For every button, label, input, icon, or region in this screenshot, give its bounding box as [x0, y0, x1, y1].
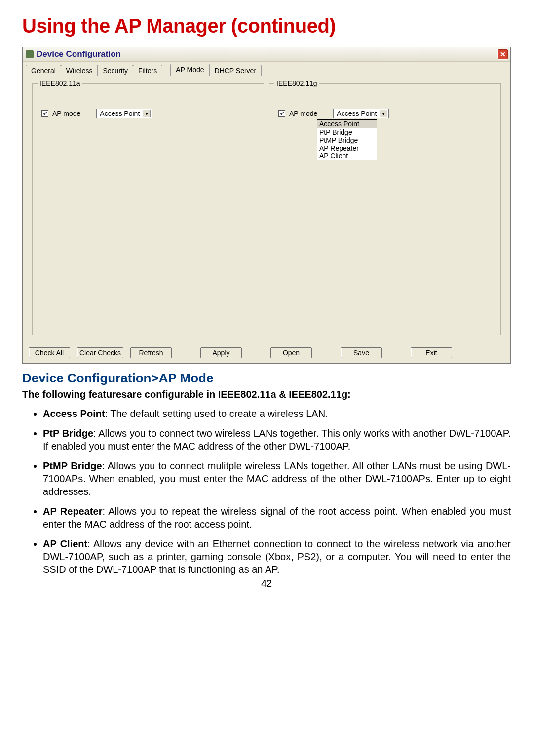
- tab-dhcp-server[interactable]: DHCP Server: [209, 65, 262, 76]
- apply-button[interactable]: Apply: [200, 347, 242, 358]
- ap-mode-a-checkbox[interactable]: ✔: [41, 110, 48, 117]
- list-item: PtMP Bridge: Allows you to connect mulit…: [43, 459, 511, 498]
- group-legend-a: IEEE802.11a: [38, 79, 82, 87]
- list-item[interactable]: PtMP Bridge: [317, 136, 377, 144]
- close-icon[interactable]: ✕: [497, 49, 508, 60]
- list-item[interactable]: Access Point: [317, 120, 377, 128]
- ap-mode-g-label: AP mode: [289, 110, 317, 117]
- list-item[interactable]: AP Client: [317, 152, 377, 160]
- check-all-button[interactable]: Check All: [29, 347, 70, 358]
- ap-mode-g-checkbox[interactable]: ✔: [278, 110, 285, 117]
- list-item[interactable]: AP Repeater: [317, 144, 377, 152]
- group-80211g: IEEE802.11g ✔ AP mode Access Point ▼ Acc…: [269, 83, 501, 335]
- tab-panel: IEEE802.11a ✔ AP mode Access Point ▼ IEE…: [26, 76, 507, 342]
- intro-line: The following featuresare configurable i…: [22, 389, 511, 400]
- list-item[interactable]: PtP Bridge: [317, 128, 377, 136]
- chevron-down-icon: ▼: [143, 110, 151, 117]
- tab-strip: General Wireless Security Filters AP Mod…: [23, 62, 510, 76]
- device-config-window: Device Configuration ✕ General Wireless …: [22, 47, 511, 364]
- list-item: AP Client: Allows any device with an Eth…: [43, 537, 511, 576]
- list-item: Access Point: The default setting used t…: [43, 407, 511, 420]
- app-icon: [26, 50, 34, 58]
- ap-mode-a-combo[interactable]: Access Point ▼: [96, 109, 152, 118]
- page-title: Using the AP Manager (continued): [22, 15, 511, 37]
- ap-mode-g-combo-value: Access Point: [337, 110, 377, 117]
- tab-wireless[interactable]: Wireless: [61, 65, 98, 76]
- ap-mode-a-combo-value: Access Point: [100, 110, 140, 117]
- page-number: 42: [22, 578, 511, 589]
- tab-spacer: [162, 73, 171, 76]
- tab-ap-mode[interactable]: AP Mode: [170, 64, 209, 76]
- button-row: Check All Clear Checks Refresh Apply Ope…: [23, 342, 510, 360]
- clear-checks-button[interactable]: Clear Checks: [77, 347, 123, 358]
- tab-filters[interactable]: Filters: [133, 65, 162, 76]
- section-title: Device Configuration>AP Mode: [22, 371, 511, 386]
- refresh-button[interactable]: Refresh: [130, 347, 172, 358]
- ap-mode-a-label: AP mode: [52, 110, 80, 117]
- feature-list: Access Point: The default setting used t…: [22, 407, 511, 576]
- list-item: AP Repeater: Allows you to repeat the wi…: [43, 505, 511, 530]
- tab-security[interactable]: Security: [97, 65, 133, 76]
- chevron-down-icon: ▼: [380, 110, 387, 117]
- titlebar: Device Configuration ✕: [23, 47, 510, 62]
- tab-general[interactable]: General: [26, 65, 61, 76]
- group-legend-g: IEEE802.11g: [274, 79, 319, 87]
- exit-button[interactable]: Exit: [411, 347, 452, 358]
- list-item: PtP Bridge: Allows you to connect two wi…: [43, 427, 511, 453]
- window-title: Device Configuration: [37, 49, 121, 59]
- ap-mode-g-listbox[interactable]: Access Point PtP Bridge PtMP Bridge AP R…: [317, 119, 377, 160]
- open-button[interactable]: Open: [270, 347, 312, 358]
- save-button[interactable]: Save: [341, 347, 382, 358]
- group-80211a: IEEE802.11a ✔ AP mode Access Point ▼: [32, 83, 264, 335]
- ap-mode-g-combo[interactable]: Access Point ▼: [333, 109, 389, 118]
